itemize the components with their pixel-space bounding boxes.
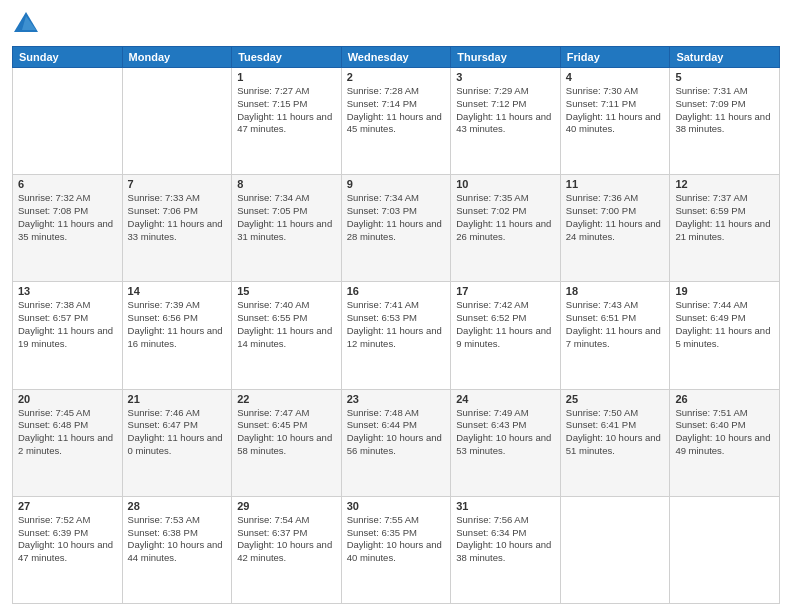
calendar-cell: 9Sunrise: 7:34 AM Sunset: 7:03 PM Daylig… bbox=[341, 175, 451, 282]
day-info: Sunrise: 7:50 AM Sunset: 6:41 PM Dayligh… bbox=[566, 407, 665, 458]
day-info: Sunrise: 7:34 AM Sunset: 7:03 PM Dayligh… bbox=[347, 192, 446, 243]
calendar-cell: 25Sunrise: 7:50 AM Sunset: 6:41 PM Dayli… bbox=[560, 389, 670, 496]
day-number: 1 bbox=[237, 71, 336, 83]
day-number: 16 bbox=[347, 285, 446, 297]
calendar-cell: 19Sunrise: 7:44 AM Sunset: 6:49 PM Dayli… bbox=[670, 282, 780, 389]
calendar-cell: 21Sunrise: 7:46 AM Sunset: 6:47 PM Dayli… bbox=[122, 389, 232, 496]
calendar-cell: 16Sunrise: 7:41 AM Sunset: 6:53 PM Dayli… bbox=[341, 282, 451, 389]
day-info: Sunrise: 7:39 AM Sunset: 6:56 PM Dayligh… bbox=[128, 299, 227, 350]
day-number: 14 bbox=[128, 285, 227, 297]
day-info: Sunrise: 7:55 AM Sunset: 6:35 PM Dayligh… bbox=[347, 514, 446, 565]
day-info: Sunrise: 7:49 AM Sunset: 6:43 PM Dayligh… bbox=[456, 407, 555, 458]
calendar-cell bbox=[670, 496, 780, 603]
calendar-cell: 22Sunrise: 7:47 AM Sunset: 6:45 PM Dayli… bbox=[232, 389, 342, 496]
day-info: Sunrise: 7:41 AM Sunset: 6:53 PM Dayligh… bbox=[347, 299, 446, 350]
day-number: 26 bbox=[675, 393, 774, 405]
calendar-cell: 5Sunrise: 7:31 AM Sunset: 7:09 PM Daylig… bbox=[670, 68, 780, 175]
day-info: Sunrise: 7:43 AM Sunset: 6:51 PM Dayligh… bbox=[566, 299, 665, 350]
day-number: 2 bbox=[347, 71, 446, 83]
calendar-cell: 10Sunrise: 7:35 AM Sunset: 7:02 PM Dayli… bbox=[451, 175, 561, 282]
calendar-cell: 20Sunrise: 7:45 AM Sunset: 6:48 PM Dayli… bbox=[13, 389, 123, 496]
calendar-cell: 23Sunrise: 7:48 AM Sunset: 6:44 PM Dayli… bbox=[341, 389, 451, 496]
day-info: Sunrise: 7:51 AM Sunset: 6:40 PM Dayligh… bbox=[675, 407, 774, 458]
calendar-cell: 13Sunrise: 7:38 AM Sunset: 6:57 PM Dayli… bbox=[13, 282, 123, 389]
day-info: Sunrise: 7:28 AM Sunset: 7:14 PM Dayligh… bbox=[347, 85, 446, 136]
calendar-cell: 6Sunrise: 7:32 AM Sunset: 7:08 PM Daylig… bbox=[13, 175, 123, 282]
calendar-cell: 4Sunrise: 7:30 AM Sunset: 7:11 PM Daylig… bbox=[560, 68, 670, 175]
day-info: Sunrise: 7:35 AM Sunset: 7:02 PM Dayligh… bbox=[456, 192, 555, 243]
day-number: 19 bbox=[675, 285, 774, 297]
day-info: Sunrise: 7:46 AM Sunset: 6:47 PM Dayligh… bbox=[128, 407, 227, 458]
calendar-header-row: SundayMondayTuesdayWednesdayThursdayFrid… bbox=[13, 47, 780, 68]
calendar-header-thursday: Thursday bbox=[451, 47, 561, 68]
day-number: 23 bbox=[347, 393, 446, 405]
day-number: 28 bbox=[128, 500, 227, 512]
calendar-week-row: 13Sunrise: 7:38 AM Sunset: 6:57 PM Dayli… bbox=[13, 282, 780, 389]
day-number: 20 bbox=[18, 393, 117, 405]
calendar-cell: 2Sunrise: 7:28 AM Sunset: 7:14 PM Daylig… bbox=[341, 68, 451, 175]
calendar-cell: 17Sunrise: 7:42 AM Sunset: 6:52 PM Dayli… bbox=[451, 282, 561, 389]
day-info: Sunrise: 7:47 AM Sunset: 6:45 PM Dayligh… bbox=[237, 407, 336, 458]
day-number: 9 bbox=[347, 178, 446, 190]
day-info: Sunrise: 7:31 AM Sunset: 7:09 PM Dayligh… bbox=[675, 85, 774, 136]
day-number: 13 bbox=[18, 285, 117, 297]
day-info: Sunrise: 7:40 AM Sunset: 6:55 PM Dayligh… bbox=[237, 299, 336, 350]
calendar-header-saturday: Saturday bbox=[670, 47, 780, 68]
day-number: 6 bbox=[18, 178, 117, 190]
day-info: Sunrise: 7:30 AM Sunset: 7:11 PM Dayligh… bbox=[566, 85, 665, 136]
day-info: Sunrise: 7:53 AM Sunset: 6:38 PM Dayligh… bbox=[128, 514, 227, 565]
day-number: 10 bbox=[456, 178, 555, 190]
day-number: 17 bbox=[456, 285, 555, 297]
day-number: 25 bbox=[566, 393, 665, 405]
calendar-cell: 7Sunrise: 7:33 AM Sunset: 7:06 PM Daylig… bbox=[122, 175, 232, 282]
day-number: 22 bbox=[237, 393, 336, 405]
calendar-week-row: 6Sunrise: 7:32 AM Sunset: 7:08 PM Daylig… bbox=[13, 175, 780, 282]
calendar-cell: 8Sunrise: 7:34 AM Sunset: 7:05 PM Daylig… bbox=[232, 175, 342, 282]
calendar-week-row: 1Sunrise: 7:27 AM Sunset: 7:15 PM Daylig… bbox=[13, 68, 780, 175]
logo bbox=[12, 10, 44, 38]
day-info: Sunrise: 7:45 AM Sunset: 6:48 PM Dayligh… bbox=[18, 407, 117, 458]
day-number: 15 bbox=[237, 285, 336, 297]
calendar-header-tuesday: Tuesday bbox=[232, 47, 342, 68]
day-info: Sunrise: 7:42 AM Sunset: 6:52 PM Dayligh… bbox=[456, 299, 555, 350]
calendar-cell: 28Sunrise: 7:53 AM Sunset: 6:38 PM Dayli… bbox=[122, 496, 232, 603]
day-info: Sunrise: 7:27 AM Sunset: 7:15 PM Dayligh… bbox=[237, 85, 336, 136]
calendar-table: SundayMondayTuesdayWednesdayThursdayFrid… bbox=[12, 46, 780, 604]
day-number: 8 bbox=[237, 178, 336, 190]
day-number: 27 bbox=[18, 500, 117, 512]
day-info: Sunrise: 7:52 AM Sunset: 6:39 PM Dayligh… bbox=[18, 514, 117, 565]
calendar-week-row: 27Sunrise: 7:52 AM Sunset: 6:39 PM Dayli… bbox=[13, 496, 780, 603]
calendar-header-sunday: Sunday bbox=[13, 47, 123, 68]
day-info: Sunrise: 7:38 AM Sunset: 6:57 PM Dayligh… bbox=[18, 299, 117, 350]
calendar-cell: 30Sunrise: 7:55 AM Sunset: 6:35 PM Dayli… bbox=[341, 496, 451, 603]
day-info: Sunrise: 7:34 AM Sunset: 7:05 PM Dayligh… bbox=[237, 192, 336, 243]
calendar-cell: 24Sunrise: 7:49 AM Sunset: 6:43 PM Dayli… bbox=[451, 389, 561, 496]
day-info: Sunrise: 7:37 AM Sunset: 6:59 PM Dayligh… bbox=[675, 192, 774, 243]
day-info: Sunrise: 7:56 AM Sunset: 6:34 PM Dayligh… bbox=[456, 514, 555, 565]
day-number: 5 bbox=[675, 71, 774, 83]
calendar-cell: 1Sunrise: 7:27 AM Sunset: 7:15 PM Daylig… bbox=[232, 68, 342, 175]
calendar-cell: 31Sunrise: 7:56 AM Sunset: 6:34 PM Dayli… bbox=[451, 496, 561, 603]
day-number: 18 bbox=[566, 285, 665, 297]
day-number: 21 bbox=[128, 393, 227, 405]
day-number: 24 bbox=[456, 393, 555, 405]
calendar-cell: 11Sunrise: 7:36 AM Sunset: 7:00 PM Dayli… bbox=[560, 175, 670, 282]
logo-icon bbox=[12, 10, 40, 38]
calendar-cell: 12Sunrise: 7:37 AM Sunset: 6:59 PM Dayli… bbox=[670, 175, 780, 282]
day-number: 4 bbox=[566, 71, 665, 83]
day-number: 12 bbox=[675, 178, 774, 190]
calendar-cell: 14Sunrise: 7:39 AM Sunset: 6:56 PM Dayli… bbox=[122, 282, 232, 389]
day-info: Sunrise: 7:48 AM Sunset: 6:44 PM Dayligh… bbox=[347, 407, 446, 458]
calendar-cell bbox=[13, 68, 123, 175]
calendar-cell: 3Sunrise: 7:29 AM Sunset: 7:12 PM Daylig… bbox=[451, 68, 561, 175]
day-info: Sunrise: 7:29 AM Sunset: 7:12 PM Dayligh… bbox=[456, 85, 555, 136]
day-info: Sunrise: 7:44 AM Sunset: 6:49 PM Dayligh… bbox=[675, 299, 774, 350]
calendar-cell: 26Sunrise: 7:51 AM Sunset: 6:40 PM Dayli… bbox=[670, 389, 780, 496]
header bbox=[12, 10, 780, 38]
day-number: 3 bbox=[456, 71, 555, 83]
calendar-cell: 29Sunrise: 7:54 AM Sunset: 6:37 PM Dayli… bbox=[232, 496, 342, 603]
calendar-week-row: 20Sunrise: 7:45 AM Sunset: 6:48 PM Dayli… bbox=[13, 389, 780, 496]
calendar-cell bbox=[560, 496, 670, 603]
calendar-cell: 18Sunrise: 7:43 AM Sunset: 6:51 PM Dayli… bbox=[560, 282, 670, 389]
day-number: 11 bbox=[566, 178, 665, 190]
